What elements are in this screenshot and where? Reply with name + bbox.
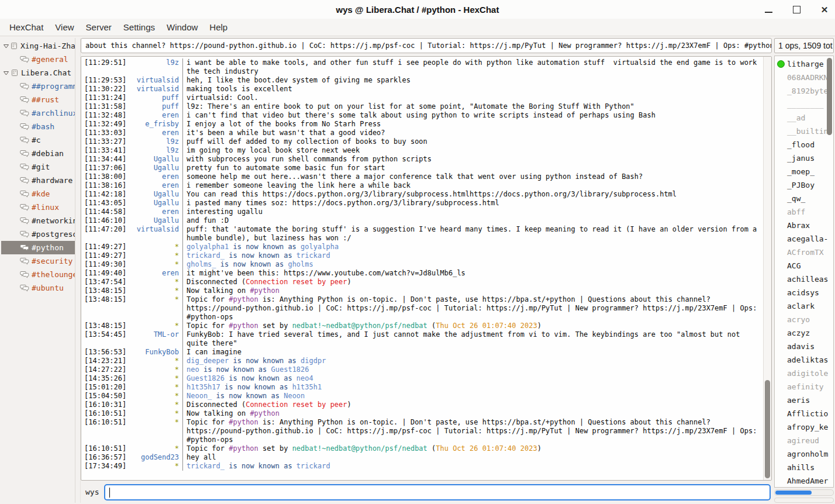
timestamp: [11:31:24] <box>81 94 129 102</box>
userlist-item[interactable]: agronholm <box>775 447 833 461</box>
link[interactable]: https://j.mp/psf-coc <box>347 427 432 435</box>
tree-item--programming[interactable]: ##programming <box>1 80 75 93</box>
link[interactable]: https://j.mp/23X7emF <box>643 304 727 312</box>
expander-icon[interactable] <box>3 70 11 76</box>
tree-item--bash[interactable]: #bash <box>1 120 75 133</box>
userlist-item[interactable]: acidsys <box>775 286 833 299</box>
link[interactable]: https://j.mp/PyTut <box>486 304 563 312</box>
userlist-item[interactable]: afropy_ke <box>775 420 833 434</box>
userlist-item[interactable]: aczyz <box>775 326 833 340</box>
expander-icon[interactable] <box>3 43 10 49</box>
link[interactable]: https://j.mp/23X7emF <box>643 427 727 435</box>
tree-item-label: #archlinux <box>32 106 75 120</box>
tree-item--rust[interactable]: ##rust <box>1 93 75 106</box>
tree-item--python[interactable]: #python <box>1 241 75 254</box>
userlist-scrollbar[interactable] <box>826 57 833 486</box>
message-input[interactable] <box>104 484 771 500</box>
userlist-item[interactable]: AhmedAmer <box>775 474 833 488</box>
tree-item--linux[interactable]: #linux <box>1 201 75 214</box>
userlist-item[interactable]: ahills <box>775 461 833 474</box>
link[interactable]: https://docs.python.org/3/library/subpro… <box>292 199 499 207</box>
userlist-item[interactable]: acryo <box>775 313 833 326</box>
pane-splitter[interactable] <box>75 38 81 503</box>
tree-item--thelounge[interactable]: #thelounge <box>1 268 75 281</box>
link[interactable]: https://j.mp/psf-coc <box>347 304 432 312</box>
link[interactable]: https://docs.python.org/3/library/subpro… <box>263 190 677 198</box>
userlist-item[interactable]: _janus <box>775 151 833 165</box>
userlist-item[interactable]: ACfromTX <box>775 246 833 259</box>
userlist-item[interactable]: Afflictio <box>775 407 833 420</box>
tree-item--postgresql[interactable]: #postgresql <box>1 227 75 241</box>
userlist-item[interactable]: adigitole <box>775 367 833 380</box>
channel-icon <box>20 82 29 91</box>
userlist-item[interactable]: aeris <box>775 393 833 407</box>
link[interactable]: https://bpa.st/+python <box>482 418 575 426</box>
userlist-item[interactable]: acegalla- <box>775 232 833 246</box>
userlist-item[interactable]: _PJBoy <box>775 178 833 192</box>
userlist-item[interactable]: ACG <box>775 259 833 272</box>
userlist-item[interactable]: 068AADRKN <box>775 71 833 84</box>
chat-scrollbar[interactable] <box>763 57 771 480</box>
userlist-scrollbar-thumb[interactable] <box>827 58 832 135</box>
timestamp: [17:34:49] <box>81 462 129 471</box>
userlist-item[interactable]: _qw_ <box>775 192 833 205</box>
userlist-hscrollbar[interactable] <box>774 489 834 496</box>
topic-input[interactable]: about this channel? https://pound-python… <box>81 38 772 53</box>
userlist-item[interactable]: aclark <box>775 299 833 313</box>
chat-scrollbar-thumb[interactable] <box>765 380 770 478</box>
text-segment: I can imagine <box>187 348 241 356</box>
minimize-button[interactable] <box>764 5 773 14</box>
userlist-item[interactable]: Abrax <box>775 219 833 232</box>
user-nick: afropy_ke <box>787 423 828 431</box>
message: pretty fun to automate some basic fun fo… <box>182 164 763 172</box>
link[interactable]: https://www.youtube.com/watch?v=Jd8ulMb6… <box>284 269 465 277</box>
menu-view[interactable]: View <box>49 20 80 34</box>
userlist-item[interactable]: litharge <box>775 57 833 71</box>
menu-help[interactable]: Help <box>203 20 233 34</box>
tree-item--hardware[interactable]: #hardware <box>1 174 75 187</box>
tree-item--git[interactable]: #git <box>1 160 75 174</box>
link[interactable]: https://bpa.st/+python <box>482 295 575 303</box>
tree-item-xing-hai-zhan[interactable]: Xing-Hai-Zhan <box>1 39 75 53</box>
menu-settings[interactable]: Settings <box>118 20 161 34</box>
menu-window[interactable]: Window <box>161 20 203 34</box>
channel-icon <box>20 96 29 104</box>
link[interactable]: https://j.mp/PyTut <box>486 427 563 435</box>
userlist-item[interactable]: abff <box>775 205 833 219</box>
userlist-item[interactable]: adeliktas <box>775 353 833 367</box>
menu-server[interactable]: Server <box>80 20 118 34</box>
tree-item--security[interactable]: #security <box>1 254 75 268</box>
tree-item--networking[interactable]: #networking <box>1 214 75 227</box>
userlist-hscrollbar-track[interactable] <box>774 498 834 503</box>
userlist-item[interactable]: __builtin <box>775 125 833 138</box>
message: l9z: There's an entire book to put on yo… <box>182 102 763 111</box>
userlist-item[interactable]: agireud <box>775 434 833 447</box>
userlist-item[interactable]: ________ <box>775 98 833 111</box>
tree-item-libera-chat[interactable]: Libera.Chat <box>1 66 75 80</box>
userlist-hscrollbar-thumb[interactable] <box>775 491 812 495</box>
link[interactable]: https://pound-python.github.io <box>187 427 313 435</box>
link[interactable]: https://pound-python.github.io <box>187 304 313 312</box>
text-segment: ) <box>347 401 351 409</box>
userlist-item[interactable]: __ad <box>775 111 833 125</box>
maximize-button[interactable] <box>792 5 801 14</box>
tree-item--debian[interactable]: #debian <box>1 147 75 160</box>
userlist-item[interactable]: aefinity <box>775 380 833 393</box>
text-segment: | Questions about this channel? <box>575 418 715 426</box>
userlist-item[interactable]: _moep_ <box>775 165 833 178</box>
userlist-item[interactable]: achilleas <box>775 272 833 286</box>
tree-item--c[interactable]: #c <box>1 133 75 147</box>
text-segment: | Questions about this channel? <box>575 295 715 303</box>
userlist-item[interactable]: _flood <box>775 138 833 151</box>
menu-hexchat[interactable]: HexChat <box>4 20 49 34</box>
tree-item-label: #ubuntu <box>32 281 64 295</box>
tree-item--kde[interactable]: #kde <box>1 187 75 201</box>
tree-item--ubuntu[interactable]: #ubuntu <box>1 281 75 295</box>
userlist-item[interactable]: adavis <box>775 340 833 353</box>
tree-item--archlinux[interactable]: #archlinux <box>1 106 75 120</box>
own-nick[interactable]: wys <box>85 488 99 496</box>
tree-item--general[interactable]: #general <box>1 53 75 66</box>
userlist-item[interactable]: _8192byte <box>775 84 833 98</box>
close-button[interactable]: ✕ <box>820 5 829 14</box>
event-marker: * <box>129 243 182 251</box>
